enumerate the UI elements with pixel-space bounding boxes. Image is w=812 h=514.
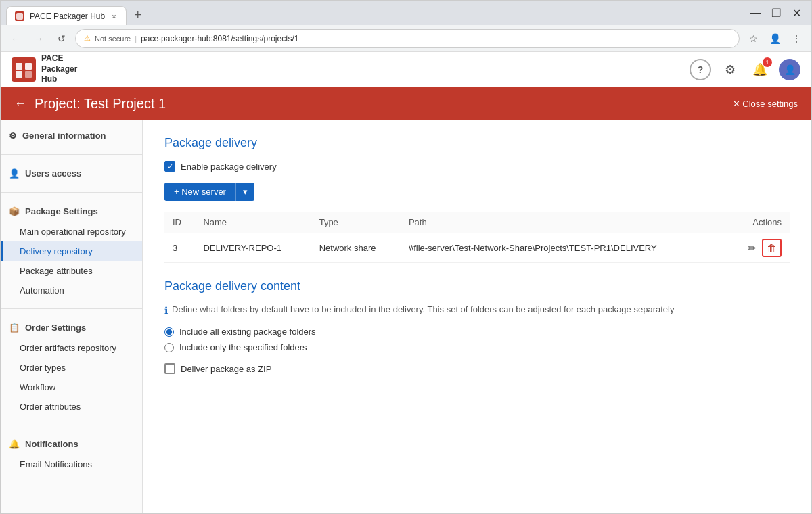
sidebar-item-delivery-repo[interactable]: Delivery repository [1, 241, 142, 261]
browser-controls: ← → ↺ ⚠ Not secure | pace-packager-hub:8… [1, 25, 811, 52]
sidebar-item-users[interactable]: 👤 Users access [1, 163, 142, 184]
email-notif-label: Email Notifications [20, 459, 92, 469]
section1-title: Package delivery [164, 136, 790, 150]
package-icon: 📦 [9, 206, 20, 216]
sidebar-item-automation[interactable]: Automation [1, 281, 142, 300]
app-logo: PACE Packager Hub [12, 53, 77, 85]
radio-specified-row: Include only the specified folders [164, 342, 790, 352]
col-name: Name [195, 212, 311, 233]
info-icon: ℹ [164, 305, 168, 316]
app-container: PACE Packager Hub ? ⚙ 🔔 1 👤 ← P [1, 52, 811, 513]
browser-tab[interactable]: PACE Packager Hub × [6, 6, 127, 25]
sidebar-item-order-types[interactable]: Order types [1, 358, 142, 377]
sidebar-notifications-header: 🔔 Notifications [1, 434, 142, 454]
new-server-btn-group: + New server ▾ [164, 183, 790, 201]
svg-rect-3 [25, 63, 32, 70]
zip-checkbox[interactable] [164, 363, 175, 374]
users-label: Users access [25, 168, 81, 179]
tab-title: PACE Packager Hub [30, 11, 105, 21]
cell-name: DELIVERY-REPO-1 [195, 233, 311, 263]
profile-button[interactable]: 👤 [765, 29, 784, 48]
sidebar-divider-3 [1, 308, 142, 309]
cell-type: Network share [311, 233, 401, 263]
new-tab-button[interactable]: + [129, 5, 148, 25]
sidebar-item-pkg-attrs[interactable]: Package attributes [1, 261, 142, 281]
forward-button[interactable]: → [29, 29, 48, 48]
cell-actions: ✏ 🗑 [725, 233, 790, 263]
automation-label: Automation [20, 285, 64, 296]
general-label: General information [22, 131, 106, 141]
sidebar-divider-4 [1, 425, 142, 425]
delivery-table: ID Name Type Path Actions 3 DELIVERY-REP… [164, 212, 790, 263]
reload-button[interactable]: ↺ [52, 29, 71, 48]
tab-bar: PACE Packager Hub × + [6, 1, 147, 25]
sidebar: ⚙ General information 👤 Users access 📦 P [1, 120, 143, 513]
section2: Package delivery content ℹ Define what f… [164, 279, 790, 374]
main-repo-label: Main operational repository [20, 227, 126, 237]
security-icon: ⚠ [84, 34, 91, 43]
minimize-button[interactable]: — [746, 3, 765, 22]
sidebar-package-settings-header: 📦 Package Settings [1, 201, 142, 222]
sidebar-order-settings-header: 📋 Order Settings [1, 317, 142, 338]
enable-delivery-checkbox[interactable] [164, 161, 175, 172]
sidebar-item-email-notif[interactable]: Email Notifications [1, 454, 142, 474]
info-row: ℹ Define what folders by default have to… [164, 304, 790, 316]
zip-row: Deliver package as ZIP [164, 363, 790, 374]
enable-delivery-row: Enable package delivery [164, 161, 790, 172]
cell-path: \\file-server\Test-Network-Share\Project… [401, 233, 725, 263]
sidebar-divider-2 [1, 192, 142, 193]
user-avatar[interactable]: 👤 [779, 59, 800, 80]
sidebar-item-order-artifacts[interactable]: Order artifacts repository [1, 338, 142, 358]
order-types-label: Order types [20, 363, 66, 373]
tab-favicon [15, 11, 24, 21]
app-header: PACE Packager Hub ? ⚙ 🔔 1 👤 [1, 52, 811, 87]
address-bar[interactable]: ⚠ Not secure | pace-packager-hub:8081/se… [75, 29, 740, 48]
bell-icon: 🔔 [9, 439, 20, 449]
notification-area[interactable]: 🔔 1 [749, 59, 771, 80]
radio-all-input[interactable] [164, 327, 174, 337]
close-button[interactable]: ✕ [787, 3, 806, 22]
sidebar-order-settings-section: 📋 Order Settings Order artifacts reposit… [1, 312, 142, 422]
sidebar-divider-1 [1, 154, 142, 155]
window-controls: — ❐ ✕ [746, 3, 806, 22]
back-button[interactable]: ← [6, 29, 25, 48]
sidebar-item-general[interactable]: ⚙ General information [1, 125, 142, 146]
more-button[interactable]: ⋮ [787, 29, 806, 48]
notifications-label: Notifications [25, 439, 78, 449]
page-header: ← Project: Test Project 1 ✕ Close settin… [1, 87, 811, 120]
sidebar-item-workflow[interactable]: Workflow [1, 377, 142, 397]
logo-text: PACE Packager Hub [41, 53, 77, 85]
table-row: 3 DELIVERY-REPO-1 Network share \\file-s… [164, 233, 790, 263]
svg-rect-2 [16, 63, 22, 70]
avatar-icon: 👤 [784, 64, 796, 75]
main-area: ⚙ General information 👤 Users access 📦 P [1, 120, 811, 513]
radio-specified-label: Include only the specified folders [179, 342, 307, 352]
page-title: Project: Test Project 1 [35, 96, 725, 112]
col-actions: Actions [725, 212, 790, 233]
maximize-button[interactable]: ❐ [767, 3, 786, 22]
delete-button[interactable]: 🗑 [762, 239, 782, 257]
package-settings-label: Package Settings [25, 206, 98, 216]
col-path: Path [401, 212, 725, 233]
new-server-dropdown-button[interactable]: ▾ [235, 183, 254, 201]
browser-titlebar: PACE Packager Hub × + — ❐ ✕ [1, 1, 811, 25]
pkg-attrs-label: Package attributes [20, 266, 93, 276]
radio-all-label: Include all existing package folders [179, 327, 316, 337]
radio-specified-input[interactable] [164, 343, 174, 352]
tab-close-btn[interactable]: × [110, 12, 117, 20]
col-id: ID [164, 212, 195, 233]
sidebar-item-order-attrs[interactable]: Order attributes [1, 397, 142, 417]
security-label: Not secure [95, 34, 131, 43]
browser-actions: ☆ 👤 ⋮ [744, 29, 806, 48]
new-server-button[interactable]: + New server [164, 183, 235, 201]
edit-button[interactable]: ✏ [745, 239, 759, 257]
settings-button[interactable]: ⚙ [719, 59, 741, 80]
help-button[interactable]: ? [690, 59, 711, 80]
sidebar-item-main-repo[interactable]: Main operational repository [1, 222, 142, 241]
order-attrs-label: Order attributes [20, 402, 81, 412]
svg-rect-1 [12, 57, 36, 82]
delivery-repo-label: Delivery repository [20, 246, 93, 256]
bookmark-button[interactable]: ☆ [744, 29, 763, 48]
close-settings-button[interactable]: ✕ Close settings [733, 99, 798, 109]
back-to-project-button[interactable]: ← [14, 97, 26, 111]
